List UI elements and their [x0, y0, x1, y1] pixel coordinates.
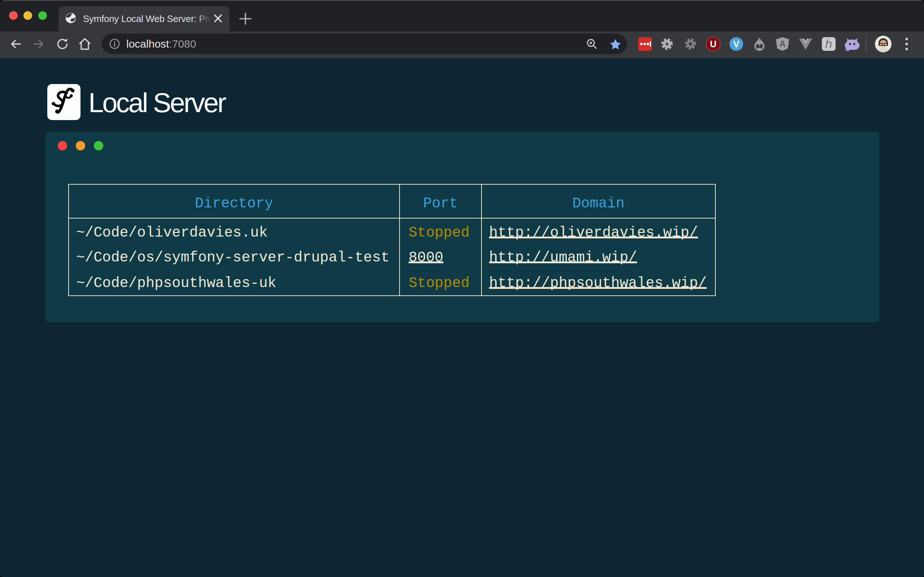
svg-text:V: V: [733, 39, 740, 49]
svg-text:A: A: [779, 39, 785, 49]
svg-text:ℎ: ℎ: [825, 37, 832, 50]
svg-text:U: U: [710, 39, 716, 49]
